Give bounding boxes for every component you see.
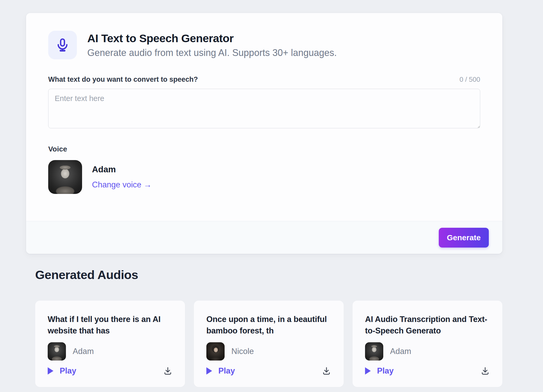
audio-title: Once upon a time, in a beautiful bamboo … [206,314,331,337]
audio-voice-name: Adam [390,347,411,356]
generator-footer: Generate [26,221,502,254]
microphone-icon [48,31,77,59]
download-icon [163,366,172,376]
play-button[interactable]: Play [48,366,76,376]
audio-voice-name: Adam [73,347,94,356]
audio-voice-avatar [365,342,383,361]
download-button[interactable] [480,366,490,376]
voice-selector: Adam Change voice → [48,160,480,221]
page-subtitle: Generate audio from text using AI. Suppo… [87,47,337,58]
audio-card: AI Audio Transcription and Text-to-Speec… [353,301,502,387]
download-icon [322,366,331,376]
generated-audios-list: What if I tell you there is an AI websit… [35,301,502,387]
tts-generator-card: AI Text to Speech Generator Generate aud… [26,13,502,254]
voice-avatar [48,160,82,194]
audio-card: Once upon a time, in a beautiful bamboo … [194,301,344,387]
audio-voice-avatar [48,342,66,361]
audio-card: What if I tell you there is an AI websit… [35,301,185,387]
play-icon [48,367,53,375]
download-icon [480,366,490,376]
tts-text-input[interactable] [48,89,480,128]
play-button[interactable]: Play [206,366,235,376]
generator-header: AI Text to Speech Generator Generate aud… [48,31,480,59]
audio-voice-avatar [206,342,225,361]
generated-audios-heading: Generated Audios [35,268,138,282]
download-button[interactable] [163,366,172,376]
voice-name: Adam [92,165,152,174]
page-title: AI Text to Speech Generator [87,32,337,45]
generator-heading-text: AI Text to Speech Generator Generate aud… [87,32,337,58]
play-icon [206,367,212,375]
audio-title: AI Audio Transcription and Text-to-Speec… [365,314,490,337]
download-button[interactable] [322,366,331,376]
text-input-label: What text do you want to convert to spee… [48,75,198,84]
play-icon [365,367,371,375]
audio-voice-name: Nicole [231,347,254,356]
char-counter: 0 / 500 [459,75,480,84]
generate-button[interactable]: Generate [439,228,489,248]
audio-title: What if I tell you there is an AI websit… [48,314,172,337]
change-voice-link[interactable]: Change voice → [92,180,152,189]
voice-section-label: Voice [48,145,480,153]
play-button[interactable]: Play [365,366,394,376]
